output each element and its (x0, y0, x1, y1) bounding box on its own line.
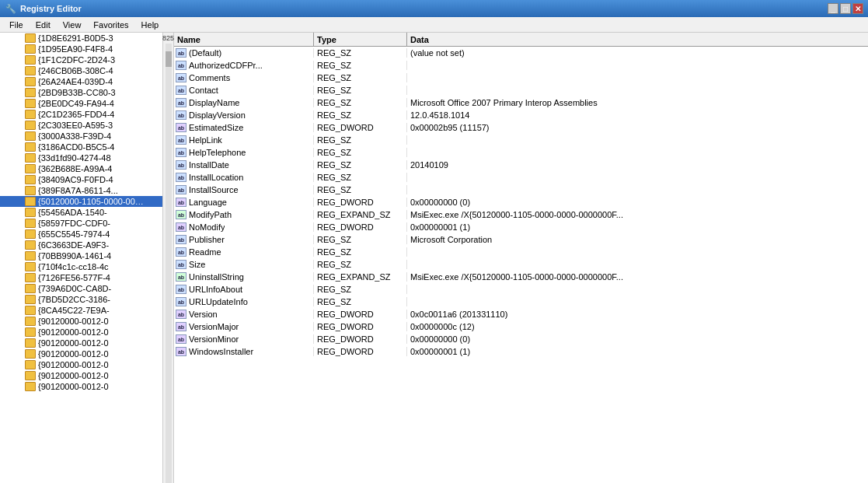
tree-item[interactable]: {90120000-0012-0 (0, 316, 162, 327)
table-row[interactable]: ab UninstallString REG_EXPAND_SZ MsiExec… (174, 271, 868, 283)
table-row[interactable]: ab AuthorizedCDFPr... REG_SZ (174, 59, 868, 72)
folder-icon (25, 219, 36, 228)
table-row[interactable]: ab InstallLocation REG_SZ (174, 171, 868, 184)
cell-name: ab VersionMinor (174, 334, 314, 344)
cell-name: ab Version (174, 310, 314, 319)
table-row[interactable]: ab InstallDate REG_SZ 20140109 (174, 159, 868, 171)
registry-table[interactable]: ab (Default) REG_SZ (value not set) ab A… (174, 47, 868, 483)
tree-item[interactable]: {90120000-0012-0 (0, 359, 162, 370)
tree-item[interactable]: {90120000-0012-0 (0, 381, 162, 392)
menu-edit[interactable]: Edit (30, 19, 57, 31)
tree-item[interactable]: {389F8A7A-8611-4... (0, 185, 162, 196)
tree-item[interactable]: {90120000-0012-0 (0, 370, 162, 381)
cell-name: ab Publisher (174, 235, 314, 244)
table-row[interactable]: ab VersionMajor REG_DWORD 0x0000000c (12… (174, 320, 868, 333)
reg-icon: ab (176, 210, 186, 219)
menu-file[interactable]: File (3, 19, 30, 31)
maximize-button[interactable]: □ (840, 3, 851, 14)
tree-item[interactable]: {3186ACD0-B5C5-4 (0, 142, 162, 152)
tree-item[interactable]: {1D95EA90-F4F8-4 (0, 44, 162, 54)
folder-icon (25, 306, 36, 315)
tree-label: {6C3663DE-A9F3- (38, 240, 109, 250)
cell-type: REG_DWORD (314, 322, 407, 331)
menu-help[interactable]: Help (135, 19, 166, 31)
reg-name: InstallLocation (189, 173, 243, 182)
minimize-button[interactable]: _ (828, 3, 838, 14)
tree-label: {1D95EA90-F4F8-4 (38, 44, 113, 54)
table-row[interactable]: ab WindowsInstaller REG_DWORD 0x00000001… (174, 345, 868, 358)
tree-label: {90120000-0012-0 (38, 349, 109, 359)
table-row[interactable]: ab DisplayName REG_SZ Microsoft Office 2… (174, 96, 868, 109)
tree-item[interactable]: {739A6D0C-CA8D- (0, 283, 162, 294)
tree-item[interactable]: {1F1C2DFC-2D24-3 (0, 54, 162, 65)
table-row[interactable]: ab Comments REG_SZ (174, 72, 868, 84)
table-row[interactable]: ab HelpLink REG_SZ (174, 134, 868, 146)
cell-type: REG_DWORD (314, 198, 407, 207)
reg-icon: ab (176, 98, 186, 107)
scrollbar-thumb[interactable] (166, 51, 172, 67)
tree-item[interactable]: {55456ADA-1540- (0, 207, 162, 218)
table-row[interactable]: ab Readme REG_SZ (174, 246, 868, 258)
tree-item[interactable]: {6C3663DE-A9F3- (0, 240, 162, 250)
table-row[interactable]: ab ModifyPath REG_EXPAND_SZ MsiExec.exe … (174, 208, 868, 221)
tree-item[interactable]: {90120000-0012-0 (0, 338, 162, 348)
table-row[interactable]: ab DisplayVersion REG_SZ 12.0.4518.1014 (174, 109, 868, 121)
tree-label: {389F8A7A-8611-4... (38, 186, 118, 195)
tree-item[interactable]: {58597FDC-CDF0- (0, 218, 162, 229)
folder-icon (25, 273, 36, 282)
tree-item[interactable]: {2C303EE0-A595-3 (0, 120, 162, 131)
tree-item[interactable]: {2C1D2365-FDD4-4 (0, 109, 162, 120)
reg-icon: ab (176, 48, 186, 58)
tree-item[interactable]: {655C5545-7974-4 (0, 229, 162, 240)
tree-item[interactable]: {362B688E-A99A-4 (0, 163, 162, 174)
tree-item[interactable]: {2BE0DC49-FA94-4 (0, 98, 162, 109)
table-row[interactable]: ab Size REG_SZ (174, 258, 868, 271)
cell-name: ab URLUpdateInfo (174, 297, 314, 306)
menu-view[interactable]: View (57, 19, 88, 31)
tree-item[interactable]: {1D8E6291-B0D5-3 (0, 33, 162, 44)
table-row[interactable]: ab Publisher REG_SZ Microsoft Corporatio… (174, 233, 868, 246)
cell-type: REG_SZ (314, 285, 407, 294)
tree-item[interactable]: {7126FE56-577F-4 (0, 272, 162, 283)
scrollbar-track[interactable] (166, 44, 172, 483)
close-button[interactable]: ✕ (852, 3, 863, 14)
menubar: File Edit View Favorites Help (0, 17, 868, 33)
cell-type: REG_DWORD (314, 347, 407, 356)
table-row[interactable]: ab InstallSource REG_SZ (174, 184, 868, 196)
menu-favorites[interactable]: Favorites (87, 19, 134, 31)
tree-item[interactable]: {710f4c1c-cc18-4c (0, 261, 162, 272)
cell-type: REG_SZ (314, 173, 407, 182)
tree-item[interactable]: {3000A338-F39D-4 (0, 131, 162, 142)
reg-name: (Default) (189, 48, 221, 58)
tree-panel[interactable]: {1D8E6291-B0D5-3{1D95EA90-F4F8-4{1F1C2DF… (0, 33, 163, 483)
cell-type: REG_SZ (314, 297, 407, 306)
tree-item[interactable]: {33d1fd90-4274-48 (0, 152, 162, 163)
folder-icon (25, 208, 36, 217)
table-row[interactable]: ab VersionMinor REG_DWORD 0x00000000 (0) (174, 333, 868, 345)
table-row[interactable]: ab NoModify REG_DWORD 0x00000001 (1) (174, 221, 868, 233)
tree-item[interactable]: {246CB06B-308C-4 (0, 65, 162, 76)
folder-icon (25, 88, 36, 97)
tree-item[interactable]: {90120000-0012-0 (0, 348, 162, 359)
cell-name: ab InstallSource (174, 185, 314, 194)
table-row[interactable]: ab Contact REG_SZ (174, 84, 868, 96)
table-row[interactable]: ab URLInfoAbout REG_SZ (174, 283, 868, 296)
tree-item[interactable]: {2BD9B33B-CC80-3 (0, 87, 162, 98)
tree-label: {90120000-0012-0 (38, 327, 109, 337)
table-row[interactable]: ab Language REG_DWORD 0x00000000 (0) (174, 196, 868, 208)
table-row[interactable]: ab EstimatedSize REG_DWORD 0x00002b95 (1… (174, 121, 868, 134)
table-row[interactable]: ab URLUpdateInfo REG_SZ (174, 296, 868, 308)
table-row[interactable]: ab Version REG_DWORD 0x0c0011a6 (2013311… (174, 308, 868, 320)
tree-item[interactable]: {38409AC9-F0FD-4 (0, 174, 162, 185)
tree-item[interactable]: {8CA45C22-7E9A- (0, 305, 162, 316)
tree-item[interactable]: {70BB990A-1461-4 (0, 250, 162, 261)
tree-item[interactable]: {7BD5D2CC-3186- (0, 294, 162, 305)
tree-item[interactable]: {50120000-1105-0000-0000-0000000FF1CE} (0, 196, 162, 207)
tree-item[interactable]: {26A24AE4-039D-4 (0, 76, 162, 87)
table-row[interactable]: ab HelpTelephone REG_SZ (174, 146, 868, 159)
reg-name: HelpLink (189, 135, 222, 145)
tree-item[interactable]: {90120000-0012-0 (0, 327, 162, 338)
table-row[interactable]: ab (Default) REG_SZ (value not set) (174, 47, 868, 59)
tree-label: {2BE0DC49-FA94-4 (38, 99, 114, 108)
reg-icon: ab (176, 160, 186, 170)
